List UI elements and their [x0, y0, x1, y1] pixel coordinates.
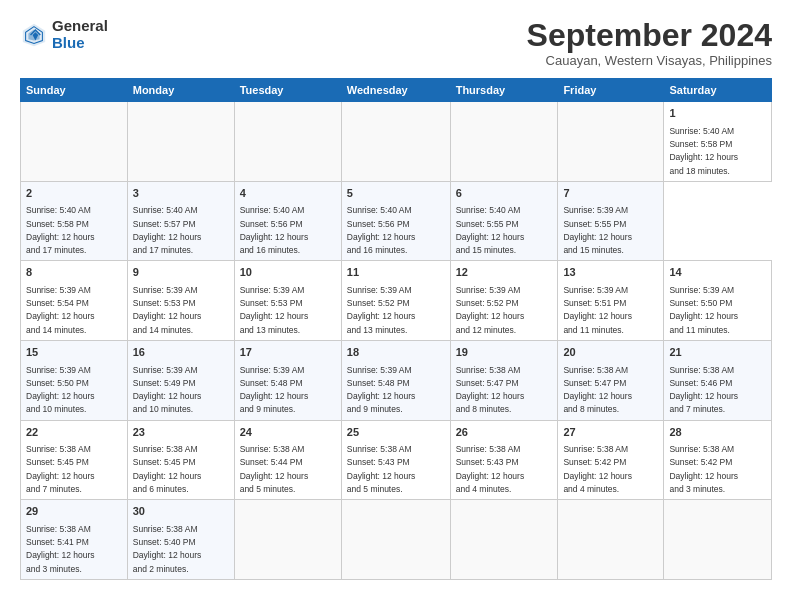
empty-cell [234, 102, 341, 182]
main-title: September 2024 [527, 18, 772, 53]
day-cell-4: 4Sunrise: 5:40 AMSunset: 5:56 PMDaylight… [234, 181, 341, 261]
day-info: Sunrise: 5:38 AMSunset: 5:44 PMDaylight:… [240, 444, 309, 494]
day-cell-23: 23Sunrise: 5:38 AMSunset: 5:45 PMDayligh… [127, 420, 234, 500]
day-cell-15: 15Sunrise: 5:39 AMSunset: 5:50 PMDayligh… [21, 341, 128, 421]
day-cell-26: 26Sunrise: 5:38 AMSunset: 5:43 PMDayligh… [450, 420, 558, 500]
day-cell-9: 9Sunrise: 5:39 AMSunset: 5:53 PMDaylight… [127, 261, 234, 341]
day-cell-28: 28Sunrise: 5:38 AMSunset: 5:42 PMDayligh… [664, 420, 772, 500]
day-number: 9 [133, 265, 229, 280]
day-number: 4 [240, 186, 336, 201]
day-info: Sunrise: 5:39 AMSunset: 5:52 PMDaylight:… [456, 285, 525, 335]
calendar-table: SundayMondayTuesdayWednesdayThursdayFrid… [20, 78, 772, 580]
day-number: 2 [26, 186, 122, 201]
header-cell-tuesday: Tuesday [234, 79, 341, 102]
day-info: Sunrise: 5:38 AMSunset: 5:47 PMDaylight:… [456, 365, 525, 415]
day-number: 28 [669, 425, 766, 440]
day-info: Sunrise: 5:38 AMSunset: 5:43 PMDaylight:… [347, 444, 416, 494]
day-info: Sunrise: 5:40 AMSunset: 5:57 PMDaylight:… [133, 205, 202, 255]
day-info: Sunrise: 5:40 AMSunset: 5:58 PMDaylight:… [669, 126, 738, 176]
logo-general: General [52, 18, 108, 35]
day-number: 3 [133, 186, 229, 201]
day-number: 13 [563, 265, 658, 280]
day-number: 14 [669, 265, 766, 280]
day-info: Sunrise: 5:39 AMSunset: 5:49 PMDaylight:… [133, 365, 202, 415]
day-number: 24 [240, 425, 336, 440]
day-cell-1: 1Sunrise: 5:40 AMSunset: 5:58 PMDaylight… [664, 102, 772, 182]
day-info: Sunrise: 5:38 AMSunset: 5:41 PMDaylight:… [26, 524, 95, 574]
day-number: 16 [133, 345, 229, 360]
day-number: 27 [563, 425, 658, 440]
day-info: Sunrise: 5:39 AMSunset: 5:50 PMDaylight:… [669, 285, 738, 335]
header-cell-wednesday: Wednesday [341, 79, 450, 102]
day-info: Sunrise: 5:40 AMSunset: 5:58 PMDaylight:… [26, 205, 95, 255]
day-cell-20: 20Sunrise: 5:38 AMSunset: 5:47 PMDayligh… [558, 341, 664, 421]
week-row-5: 22Sunrise: 5:38 AMSunset: 5:45 PMDayligh… [21, 420, 772, 500]
day-number: 12 [456, 265, 553, 280]
day-cell-10: 10Sunrise: 5:39 AMSunset: 5:53 PMDayligh… [234, 261, 341, 341]
header-row: SundayMondayTuesdayWednesdayThursdayFrid… [21, 79, 772, 102]
day-cell-7: 7Sunrise: 5:39 AMSunset: 5:55 PMDaylight… [558, 181, 664, 261]
empty-cell [21, 102, 128, 182]
logo-text: General Blue [52, 18, 108, 51]
day-info: Sunrise: 5:39 AMSunset: 5:52 PMDaylight:… [347, 285, 416, 335]
day-cell-30: 30Sunrise: 5:38 AMSunset: 5:40 PMDayligh… [127, 500, 234, 580]
empty-cell [234, 500, 341, 580]
day-cell-13: 13Sunrise: 5:39 AMSunset: 5:51 PMDayligh… [558, 261, 664, 341]
day-cell-16: 16Sunrise: 5:39 AMSunset: 5:49 PMDayligh… [127, 341, 234, 421]
day-info: Sunrise: 5:39 AMSunset: 5:48 PMDaylight:… [347, 365, 416, 415]
day-number: 5 [347, 186, 445, 201]
day-info: Sunrise: 5:38 AMSunset: 5:42 PMDaylight:… [563, 444, 632, 494]
day-info: Sunrise: 5:38 AMSunset: 5:43 PMDaylight:… [456, 444, 525, 494]
day-cell-3: 3Sunrise: 5:40 AMSunset: 5:57 PMDaylight… [127, 181, 234, 261]
day-cell-12: 12Sunrise: 5:39 AMSunset: 5:52 PMDayligh… [450, 261, 558, 341]
header-cell-friday: Friday [558, 79, 664, 102]
week-row-3: 8Sunrise: 5:39 AMSunset: 5:54 PMDaylight… [21, 261, 772, 341]
day-info: Sunrise: 5:38 AMSunset: 5:45 PMDaylight:… [133, 444, 202, 494]
header-cell-saturday: Saturday [664, 79, 772, 102]
day-number: 26 [456, 425, 553, 440]
day-number: 8 [26, 265, 122, 280]
day-info: Sunrise: 5:40 AMSunset: 5:56 PMDaylight:… [347, 205, 416, 255]
header: General Blue September 2024 Cauayan, Wes… [20, 18, 772, 68]
day-number: 22 [26, 425, 122, 440]
day-number: 19 [456, 345, 553, 360]
day-number: 10 [240, 265, 336, 280]
day-info: Sunrise: 5:38 AMSunset: 5:40 PMDaylight:… [133, 524, 202, 574]
day-cell-2: 2Sunrise: 5:40 AMSunset: 5:58 PMDaylight… [21, 181, 128, 261]
day-info: Sunrise: 5:39 AMSunset: 5:53 PMDaylight:… [133, 285, 202, 335]
day-number: 6 [456, 186, 553, 201]
day-number: 15 [26, 345, 122, 360]
day-info: Sunrise: 5:38 AMSunset: 5:46 PMDaylight:… [669, 365, 738, 415]
day-cell-27: 27Sunrise: 5:38 AMSunset: 5:42 PMDayligh… [558, 420, 664, 500]
week-row-6: 29Sunrise: 5:38 AMSunset: 5:41 PMDayligh… [21, 500, 772, 580]
day-info: Sunrise: 5:38 AMSunset: 5:42 PMDaylight:… [669, 444, 738, 494]
page: General Blue September 2024 Cauayan, Wes… [0, 0, 792, 612]
day-number: 21 [669, 345, 766, 360]
week-row-4: 15Sunrise: 5:39 AMSunset: 5:50 PMDayligh… [21, 341, 772, 421]
day-info: Sunrise: 5:39 AMSunset: 5:55 PMDaylight:… [563, 205, 632, 255]
empty-cell [341, 102, 450, 182]
day-cell-14: 14Sunrise: 5:39 AMSunset: 5:50 PMDayligh… [664, 261, 772, 341]
day-info: Sunrise: 5:39 AMSunset: 5:50 PMDaylight:… [26, 365, 95, 415]
subtitle: Cauayan, Western Visayas, Philippines [527, 53, 772, 68]
day-number: 20 [563, 345, 658, 360]
day-number: 18 [347, 345, 445, 360]
empty-cell [558, 102, 664, 182]
day-cell-5: 5Sunrise: 5:40 AMSunset: 5:56 PMDaylight… [341, 181, 450, 261]
header-cell-thursday: Thursday [450, 79, 558, 102]
day-cell-19: 19Sunrise: 5:38 AMSunset: 5:47 PMDayligh… [450, 341, 558, 421]
week-row-2: 2Sunrise: 5:40 AMSunset: 5:58 PMDaylight… [21, 181, 772, 261]
day-cell-24: 24Sunrise: 5:38 AMSunset: 5:44 PMDayligh… [234, 420, 341, 500]
day-cell-21: 21Sunrise: 5:38 AMSunset: 5:46 PMDayligh… [664, 341, 772, 421]
empty-cell [558, 500, 664, 580]
day-number: 30 [133, 504, 229, 519]
day-cell-25: 25Sunrise: 5:38 AMSunset: 5:43 PMDayligh… [341, 420, 450, 500]
day-info: Sunrise: 5:39 AMSunset: 5:53 PMDaylight:… [240, 285, 309, 335]
day-number: 25 [347, 425, 445, 440]
day-info: Sunrise: 5:38 AMSunset: 5:47 PMDaylight:… [563, 365, 632, 415]
week-row-1: 1Sunrise: 5:40 AMSunset: 5:58 PMDaylight… [21, 102, 772, 182]
title-section: September 2024 Cauayan, Western Visayas,… [527, 18, 772, 68]
day-number: 11 [347, 265, 445, 280]
empty-cell [450, 102, 558, 182]
logo-blue: Blue [52, 35, 108, 52]
